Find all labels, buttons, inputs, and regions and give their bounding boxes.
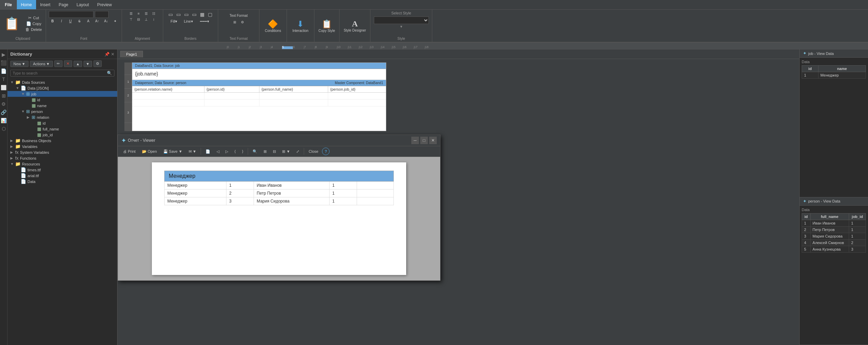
tree-item-relation[interactable]: ▶ ⊞ relation [8,114,117,120]
strikethrough-button[interactable]: S̶ [76,19,83,24]
tree-item-id[interactable]: ▶ ▦ id [8,97,117,103]
tree-expand-business-objects[interactable]: ▶ [10,139,14,142]
left-icon-6[interactable]: ⊞ [1,92,7,100]
tree-item-times-ttf[interactable]: ▶ 📄 times.ttf [8,167,117,173]
text-format-settings-button[interactable]: ⚙ [239,20,246,25]
edit-icon-btn[interactable]: ✏ [54,60,63,67]
sidebar-close-icon[interactable]: ✕ [111,52,114,57]
viewer-page-layout-button[interactable]: ⊞ [261,148,269,155]
tree-item-name[interactable]: ▶ ▦ name [8,103,117,108]
field-relation-name[interactable]: {person.relation.name} [132,86,204,92]
italic-button[interactable]: I [58,19,65,24]
tree-item-system-variables[interactable]: ▶ fx System Variables [8,149,117,155]
left-icon-8[interactable]: 🔗 [0,108,8,116]
viewer-new-tab-button[interactable]: 📄 [203,148,213,155]
border-none-button[interactable]: ▢ [207,11,214,18]
text-format-expand-button[interactable]: ⊞ [231,20,238,25]
font-color-button[interactable]: A [85,19,92,24]
tree-item-data-sources[interactable]: ▼ 📁 Data Sources [8,79,117,85]
tree-item-variables[interactable]: ▶ 📁 Variables [8,143,117,149]
viewer-close-button[interactable]: ✕ [429,137,437,144]
align-bottom-button[interactable]: ⊥ [143,17,149,22]
left-icon-5[interactable]: ⬜ [0,84,8,91]
viewer-grid-button[interactable]: ⊞ ▼ [280,148,292,155]
viewer-open-button[interactable]: 📂 Open [140,148,159,155]
left-icon-3[interactable]: 📄 [0,67,8,75]
viewer-maximize-button[interactable]: □ [420,137,428,144]
field-job-id[interactable]: {person.job_id} [328,86,390,92]
line-style-button[interactable]: ━━━▾ [196,19,213,24]
viewer-thumb-button[interactable]: ⊟ [270,148,278,155]
viewer-save-button[interactable]: 💾 Save ▼ [161,148,185,155]
font-size-up-button[interactable]: A↑ [93,19,101,24]
border-top-button[interactable]: ▭ [167,11,174,18]
left-icon-1[interactable]: ▶ [1,51,7,58]
viewer-help-button[interactable]: ? [322,148,330,155]
menu-file[interactable]: File [0,0,17,9]
tree-expand-system-variables[interactable]: ▶ [10,150,14,154]
copy-button[interactable]: 📄 Copy [24,21,43,26]
font-size-input[interactable] [95,11,109,18]
clear-format-button[interactable]: ✦ [111,19,119,24]
viewer-last-page-button[interactable]: ⟩ [240,148,246,155]
font-name-input[interactable] [49,11,93,18]
viewer-page-prev-button[interactable]: ◁ [214,148,222,155]
viewer-email-button[interactable]: ✉ ▼ [186,148,199,155]
tree-expand-variables[interactable]: ▶ [10,145,14,148]
delete-icon-btn[interactable]: ✕ [64,60,72,67]
viewer-page-next-button[interactable]: ▷ [223,148,231,155]
left-icon-4[interactable]: T [1,76,6,83]
delete-button[interactable]: 🗑 Delete [24,27,43,32]
viewer-minimize-button[interactable]: ─ [411,137,419,144]
border-bottom-button[interactable]: ▭ [183,11,190,18]
interaction-button[interactable]: ⬇ Interaction [291,19,310,33]
left-icon-10[interactable]: ⬡ [1,125,7,133]
select-style-dropdown[interactable] [374,16,429,24]
tree-expand-functions[interactable]: ▶ [10,156,14,160]
paste-button[interactable]: 📋 [3,16,21,32]
actions-button[interactable]: Actions ▼ [30,61,53,67]
tree-item-job-id[interactable]: ▶ ▦ job_id [8,132,117,138]
border-right-button[interactable]: ▭ [175,11,182,18]
search-input[interactable] [13,71,107,75]
fill-color-button[interactable]: Fill▾ [167,19,181,24]
tree-item-job[interactable]: ▼ ⊞ job [8,91,117,97]
field-person-id[interactable]: {person.id} [204,86,259,92]
band1-content[interactable]: {job.name} [132,69,386,80]
viewer-fit-button[interactable]: ⤢ [294,148,302,155]
sidebar-pin-icon[interactable]: 📌 [104,52,110,57]
tree-expand-relation[interactable]: ▶ [27,115,31,119]
align-right-button[interactable]: ☰ [143,11,149,16]
left-icon-7[interactable]: ⚙ [0,100,7,108]
field-full-name[interactable]: {person.full_name} [259,86,328,92]
font-size-down-button[interactable]: A↓ [102,19,110,24]
menu-page[interactable]: Page [55,0,73,9]
tree-item-person[interactable]: ▼ ⊞ person [8,108,117,114]
copy-style-button[interactable]: 📋 Copy Style [317,19,336,33]
align-center-button[interactable]: ≡ [135,11,142,16]
tree-item-data-json[interactable]: ▼ 📄 Data [JSON] [8,85,117,91]
tree-item-person-id[interactable]: ▶ ▦ id [8,120,117,126]
settings-icon-btn[interactable]: ⚙ [93,60,102,67]
left-icon-2[interactable]: ⬛ [0,59,8,67]
tree-expand-person[interactable]: ▼ [21,110,25,113]
underline-button[interactable]: U [67,19,74,24]
tree-item-data-res[interactable]: ▶ 📄 Data [8,179,117,184]
conditions-button[interactable]: 🔶 Conditions [264,19,282,33]
border-left-button[interactable]: ▭ [191,11,198,18]
down-icon-btn[interactable]: ▼ [84,61,92,67]
tree-item-business-objects[interactable]: ▶ 📁 Business Objects [8,138,117,143]
menu-insert[interactable]: Insert [36,0,55,9]
menu-layout[interactable]: Layout [73,0,93,9]
text-direction-button[interactable]: ↕ [150,17,157,22]
tree-expand-data-sources[interactable]: ▼ [10,80,14,84]
left-icon-9[interactable]: 📊 [0,117,8,124]
page1-tab[interactable]: Page1 [120,51,143,57]
tree-item-functions[interactable]: ▶ fx Functions [8,155,117,161]
style-designer-button[interactable]: A Style Designer [342,19,367,33]
align-top-button[interactable]: ⊤ [127,17,134,22]
tree-expand-job[interactable]: ▼ [21,92,25,96]
viewer-print-button[interactable]: 🖨 Print [121,148,138,154]
cut-button[interactable]: ✂ Cut [24,15,43,21]
new-button[interactable]: New ▼ [10,61,29,67]
